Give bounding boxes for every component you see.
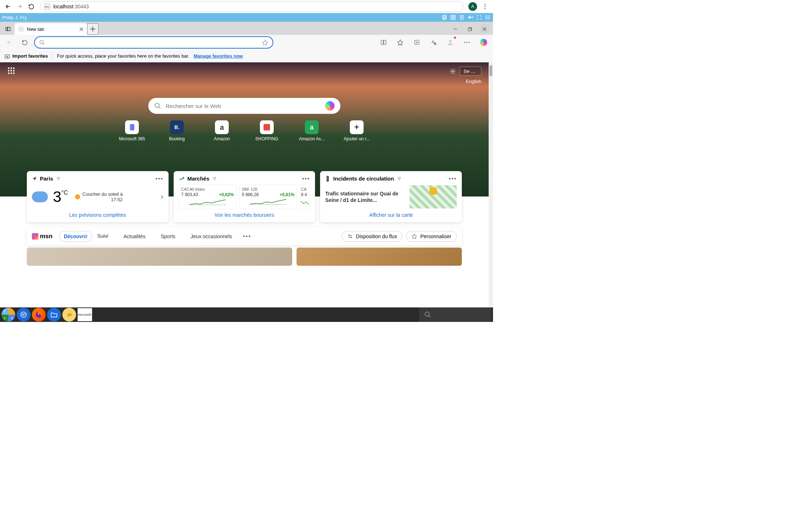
- forward-button[interactable]: [14, 1, 25, 12]
- sunset-time: 17:52: [111, 197, 123, 202]
- import-favorites-button[interactable]: Import favorites: [4, 53, 48, 59]
- traffic-light-icon: [325, 176, 330, 182]
- grid-icon[interactable]: [450, 15, 456, 20]
- quicklink-m365[interactable]: Microsoft 365: [117, 120, 146, 141]
- clipboard-icon[interactable]: [459, 15, 465, 20]
- quicklink-shopping[interactable]: SHOPPING: [252, 120, 281, 141]
- apps-launcher-icon[interactable]: [7, 67, 15, 75]
- svg-rect-6: [451, 15, 453, 17]
- browser-tab[interactable]: ⋯ New tab: [14, 23, 87, 35]
- taskbar-teapot-icon[interactable]: [62, 308, 76, 322]
- feed-article-card[interactable]: [27, 248, 292, 266]
- outer-browser-toolbar: abc localhost:30443 A: [0, 0, 493, 13]
- msn-tab-news[interactable]: Actualités: [119, 231, 150, 241]
- outer-url-bar[interactable]: abc localhost:30443: [40, 1, 463, 12]
- collections-icon[interactable]: [411, 37, 423, 48]
- edge-address-bar[interactable]: [34, 36, 273, 49]
- map-thumbnail[interactable]: [410, 185, 457, 208]
- svg-point-57: [351, 237, 352, 238]
- page-settings-icon[interactable]: [450, 68, 456, 75]
- msn-tab-follow[interactable]: Suivi: [93, 231, 112, 242]
- taskbar-docs-icon[interactable]: [17, 308, 30, 322]
- quicklink-booking[interactable]: B.Booking: [162, 120, 191, 141]
- signin-button[interactable]: Se co...: [460, 67, 481, 76]
- tab-actions-button[interactable]: [1, 23, 14, 35]
- chevron-down-icon[interactable]: ▽: [213, 176, 216, 181]
- weather-footer-link[interactable]: Les prévisions complètes: [32, 212, 163, 218]
- ntp-search-input[interactable]: [166, 103, 321, 109]
- language-button[interactable]: English: [466, 79, 481, 84]
- mute-icon[interactable]: [468, 15, 473, 20]
- svg-point-20: [486, 18, 486, 19]
- card-more-icon[interactable]: •••: [156, 175, 163, 182]
- feed-row: [0, 248, 489, 266]
- minimize-button[interactable]: [448, 23, 463, 35]
- favorites-icon[interactable]: [394, 37, 406, 48]
- window-title: Philip J. Fry: [2, 15, 27, 20]
- market-item[interactable]: CAC40 Index 7 903,43+0,62%: [179, 185, 236, 209]
- split-screen-icon[interactable]: [378, 37, 389, 48]
- scrollbar-thumb[interactable]: [489, 65, 492, 76]
- outer-menu-button[interactable]: [480, 1, 490, 12]
- edge-reload-button[interactable]: [19, 37, 30, 48]
- fullscreen-icon[interactable]: [476, 15, 482, 20]
- feed-layout-button[interactable]: Disposition du flux: [342, 231, 403, 242]
- msn-tab-sports[interactable]: Sports: [156, 231, 179, 241]
- market-item[interactable]: CA 9 4: [300, 185, 310, 209]
- markets-card[interactable]: Marchés ▽ ••• CAC40 Index 7 903,43+0,62%…: [174, 171, 315, 222]
- edge-profile-button[interactable]: [444, 37, 456, 48]
- edge-back-button[interactable]: [4, 37, 15, 48]
- chevron-down-icon[interactable]: ▽: [398, 176, 401, 181]
- taskbar-workspaces-icon[interactable]: 2 4 8: [1, 308, 15, 322]
- markets-footer-link[interactable]: Voir les marchés boursiers: [179, 212, 310, 218]
- health-icon[interactable]: [428, 37, 439, 48]
- close-window-button[interactable]: [479, 24, 489, 34]
- personalize-button[interactable]: Personnaliser: [406, 231, 457, 242]
- msn-tab-discover[interactable]: Découvrir: [59, 231, 92, 242]
- edge-url-input[interactable]: [49, 40, 258, 45]
- manage-favorites-link[interactable]: Manage favorites now: [194, 53, 243, 59]
- favorites-hint: For quick access, place your favorites h…: [57, 53, 189, 59]
- back-button[interactable]: [3, 1, 13, 12]
- favorite-star-icon[interactable]: [262, 40, 268, 46]
- reload-button[interactable]: [26, 1, 36, 12]
- vertical-scrollbar[interactable]: [489, 62, 493, 307]
- msn-logo[interactable]: msn: [32, 233, 53, 240]
- taskbar-edge-label[interactable]: microsoft-: [78, 308, 92, 321]
- chevron-down-icon[interactable]: ▽: [57, 176, 60, 181]
- taskbar-search[interactable]: [419, 307, 492, 322]
- msn-tab-games[interactable]: Jeux occasionnels: [186, 231, 236, 241]
- maximize-button[interactable]: [463, 23, 477, 35]
- traffic-footer-link[interactable]: Afficher sur la carte: [325, 212, 457, 218]
- quicklink-amazonas[interactable]: aAmazon As...: [297, 120, 326, 141]
- copilot-search-icon[interactable]: [325, 101, 335, 111]
- svg-point-42: [467, 42, 468, 43]
- taskbar-firefox-icon[interactable]: [32, 308, 46, 322]
- import-icon: [4, 53, 10, 59]
- svg-point-18: [486, 16, 486, 16]
- new-tab-button[interactable]: [87, 23, 99, 35]
- print-icon[interactable]: [442, 15, 447, 20]
- card-more-icon[interactable]: •••: [449, 175, 457, 182]
- search-icon: [154, 102, 161, 109]
- cloud-icon: [32, 191, 48, 202]
- site-info-icon[interactable]: abc: [44, 3, 50, 10]
- traffic-card[interactable]: Incidents de circulation ▽ ••• Trafic st…: [320, 171, 462, 222]
- edge-menu-button[interactable]: [461, 37, 473, 48]
- feed-article-card[interactable]: [297, 248, 462, 266]
- outer-profile-avatar[interactable]: A: [468, 2, 477, 11]
- market-item[interactable]: SBF 120 5 966,28+0,61%: [239, 185, 297, 209]
- window-title-actions: [442, 15, 491, 20]
- list-icon[interactable]: [485, 15, 491, 20]
- chevron-right-icon[interactable]: ›: [161, 192, 163, 202]
- weather-card[interactable]: Paris ▽ ••• 3°C Coucher du soleil à17:52…: [27, 171, 169, 222]
- taskbar-files-icon[interactable]: [47, 308, 61, 322]
- tab-title: New tab: [27, 26, 44, 32]
- ntp-search-box[interactable]: [148, 98, 340, 114]
- card-more-icon[interactable]: •••: [302, 175, 310, 182]
- copilot-button[interactable]: [478, 37, 489, 48]
- quicklink-add[interactable]: +Ajouter un r...: [342, 120, 371, 141]
- msn-more-icon[interactable]: •••: [243, 233, 251, 240]
- tab-close-button[interactable]: [79, 27, 83, 31]
- quicklink-amazon[interactable]: aAmazon: [207, 120, 236, 141]
